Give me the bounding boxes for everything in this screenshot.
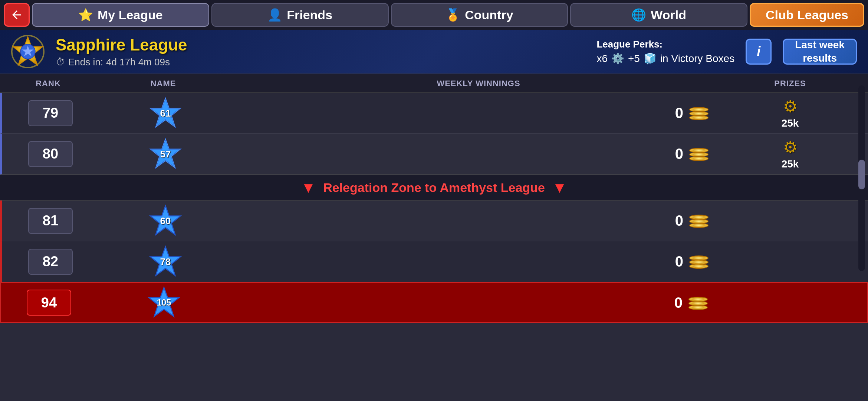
col-prizes: PRIZES (720, 79, 861, 88)
friends-icon: 👤 (267, 8, 282, 22)
rank-cell: 79 (10, 100, 91, 126)
gear-coin-icon: ⚙️ (611, 52, 624, 65)
prizes-cell: ⚙ 25k (720, 138, 861, 170)
perks-items: x6 ⚙️ +5 🧊 in Victory Boxes (596, 52, 734, 65)
name-cell: 78 (91, 245, 240, 278)
rank-cell: 94 (8, 290, 90, 316)
league-header: Sapphire League ⏱ Ends in: 4d 17h 4m 09s… (0, 30, 868, 74)
world-label: World (651, 8, 686, 22)
tab-country[interactable]: 🏅 Country (391, 3, 568, 27)
winnings-value: 0 (674, 294, 683, 311)
coins-icon (689, 148, 708, 160)
league-info-block: Sapphire League ⏱ Ends in: 4d 17h 4m 09s (56, 36, 585, 68)
player-avatar: 78 (149, 245, 182, 278)
prize-gear-icon: ⚙ (783, 97, 798, 116)
winnings-cell: 0 (240, 253, 720, 270)
prize-value: 25k (782, 117, 799, 129)
rank-cell: 82 (10, 249, 91, 275)
coins-icon (689, 255, 708, 268)
player-avatar: 105 (147, 286, 181, 319)
world-icon: 🌐 (631, 8, 646, 22)
winnings-value: 0 (675, 146, 683, 162)
rank-box: 94 (27, 290, 71, 316)
coins-icon (688, 297, 708, 309)
winnings-cell: 0 (240, 105, 720, 121)
col-winnings: WEEKLY WINNINGS (237, 79, 720, 88)
tab-world[interactable]: 🌐 World (570, 3, 747, 27)
back-button[interactable] (4, 3, 30, 27)
column-headers: RANK NAME WEEKLY WINNINGS PRIZES (0, 74, 868, 93)
rank-box: 82 (28, 249, 73, 275)
prizes-cell: ⚙ 25k (720, 97, 861, 129)
player-avatar: 61 (149, 97, 182, 130)
relegation-banner: ▼ Relegation Zone to Amethyst League ▼ (0, 175, 868, 200)
info-button[interactable]: i (746, 39, 772, 65)
player-avatar: 57 (149, 137, 182, 171)
timer-label: Ends in: (68, 56, 103, 68)
relegation-text: Relegation Zone to Amethyst League (323, 180, 545, 195)
friends-label: Friends (287, 8, 332, 22)
clock-icon: ⏱ (56, 56, 65, 68)
winnings-value: 0 (675, 212, 683, 229)
perks-label: League Perks: (596, 39, 662, 50)
table-row: 82 78 0 (0, 241, 868, 282)
last-week-button[interactable]: Last weekresults (783, 39, 857, 65)
name-cell: 60 (91, 204, 240, 238)
col-rank: RANK (7, 79, 89, 88)
league-star (11, 35, 45, 68)
app-container: ⭐ My League 👤 Friends 🏅 Country 🌐 World … (0, 0, 868, 401)
winnings-cell: 0 (238, 294, 719, 311)
tab-friends[interactable]: 👤 Friends (211, 3, 389, 27)
down-arrow-right: ▼ (552, 179, 567, 196)
perks-multiplier: x6 (596, 53, 608, 65)
table-row: 79 61 0 ⚙ 25k (0, 93, 868, 134)
winnings-value: 0 (675, 105, 683, 121)
scrollbar-thumb[interactable] (858, 160, 865, 189)
col-name: NAME (89, 79, 237, 88)
my-league-icon: ⭐ (78, 8, 93, 22)
table-row: 80 57 0 ⚙ 25k (0, 134, 868, 175)
box-icon: 🧊 (644, 52, 657, 65)
coins-icon (689, 215, 708, 227)
country-label: Country (465, 8, 513, 22)
club-leagues-button[interactable]: Club Leagues (750, 3, 864, 27)
table-row: 81 60 0 (0, 200, 868, 241)
winnings-cell: 0 (240, 146, 720, 162)
perks-suffix: in Victory Boxes (660, 53, 734, 65)
name-cell: 105 (90, 286, 238, 319)
league-perks: League Perks: x6 ⚙️ +5 🧊 in Victory Boxe… (596, 39, 734, 65)
table-row: 94 105 0 (0, 282, 868, 323)
last-week-label: Last weekresults (795, 38, 845, 65)
prize-gear-icon: ⚙ (783, 138, 798, 157)
league-name: Sapphire League (56, 36, 585, 54)
player-avatar: 60 (149, 204, 182, 238)
rank-box: 80 (28, 141, 73, 167)
info-label: i (757, 44, 760, 59)
timer-value: 4d 17h 4m 09s (106, 56, 170, 68)
winnings-cell: 0 (240, 212, 720, 229)
rank-cell: 80 (10, 141, 91, 167)
rank-cell: 81 (10, 208, 91, 234)
name-cell: 61 (91, 97, 240, 130)
coins-icon (689, 107, 708, 119)
my-league-label: My League (98, 8, 163, 22)
rank-box: 81 (28, 208, 73, 234)
league-timer: ⏱ Ends in: 4d 17h 4m 09s (56, 56, 585, 68)
winnings-value: 0 (675, 253, 683, 270)
club-leagues-label: Club Leagues (766, 8, 848, 22)
prize-value: 25k (782, 158, 799, 170)
country-icon: 🏅 (445, 8, 460, 22)
rank-box: 79 (28, 100, 73, 126)
scrollbar[interactable] (858, 85, 865, 271)
name-cell: 57 (91, 137, 240, 171)
top-nav: ⭐ My League 👤 Friends 🏅 Country 🌐 World … (0, 0, 868, 30)
tab-my-league[interactable]: ⭐ My League (32, 3, 209, 27)
perks-bonus: +5 (628, 53, 640, 65)
down-arrow-left: ▼ (301, 179, 316, 196)
